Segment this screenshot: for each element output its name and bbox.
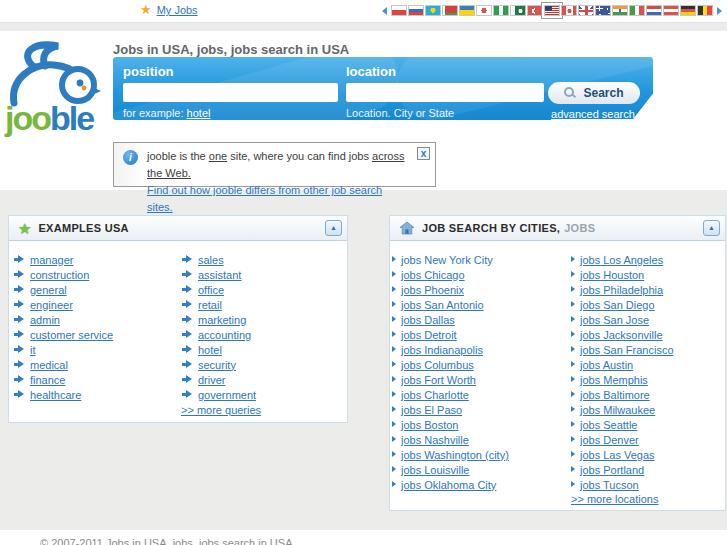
example-link[interactable]: driver	[198, 374, 226, 386]
city-link[interactable]: jobs Memphis	[580, 374, 648, 386]
flag-japan-icon[interactable]	[476, 5, 492, 16]
city-link[interactable]: jobs Indianapolis	[401, 344, 483, 356]
hotel-example-link[interactable]: hotel	[187, 107, 211, 119]
example-link[interactable]: finance	[30, 374, 65, 386]
example-link[interactable]: construction	[30, 269, 89, 281]
example-link[interactable]: healthcare	[30, 389, 81, 401]
flag-germany-icon[interactable]	[680, 5, 696, 16]
example-link[interactable]: medical	[30, 359, 68, 371]
example-link[interactable]: security	[198, 359, 236, 371]
close-icon[interactable]: x	[417, 147, 430, 160]
footer-copyright: © 2007-2011 Jobs in USA, jobs, jobs sear…	[40, 537, 292, 545]
example-link[interactable]: customer service	[30, 329, 113, 341]
city-link[interactable]: jobs Charlotte	[401, 389, 469, 401]
example-link[interactable]: sales	[198, 254, 224, 266]
city-link[interactable]: jobs El Paso	[401, 404, 462, 416]
city-link[interactable]: jobs Milwaukee	[580, 404, 655, 416]
search-banner: position for example: hotel location Loc…	[113, 57, 653, 120]
flag-russia-icon[interactable]	[408, 5, 424, 16]
flag-india-icon[interactable]	[612, 5, 628, 16]
flag-nigeria-icon[interactable]	[493, 5, 509, 16]
flag-pakistan-icon[interactable]	[510, 5, 526, 16]
example-link[interactable]: office	[198, 284, 224, 296]
position-input[interactable]	[123, 83, 338, 102]
example-link[interactable]: government	[198, 389, 256, 401]
city-link[interactable]: jobs Boston	[401, 419, 458, 431]
flag-austria-icon[interactable]	[663, 5, 679, 16]
city-link[interactable]: jobs San Jose	[580, 314, 649, 326]
flag-turkey-icon[interactable]	[527, 5, 543, 16]
city-link[interactable]: jobs Columbus	[401, 359, 474, 371]
city-link[interactable]: jobs Jacksonville	[580, 329, 663, 341]
triangle-bullet-icon	[392, 436, 397, 443]
city-link[interactable]: jobs San Francisco	[580, 344, 674, 356]
flag-ukraine-icon[interactable]	[459, 5, 475, 16]
example-link[interactable]: admin	[30, 314, 60, 326]
flag-belgium-icon[interactable]	[697, 5, 713, 16]
my-jobs-link[interactable]: My Jobs	[157, 4, 198, 16]
example-link[interactable]: assistant	[198, 269, 241, 281]
flag-italy-icon[interactable]	[629, 5, 645, 16]
example-link[interactable]: manager	[30, 254, 73, 266]
flag-belarus-icon[interactable]	[442, 5, 458, 16]
city-link[interactable]: jobs Dallas	[401, 314, 455, 326]
examples-panel-header: ★ EXAMPLES USA ▲	[9, 216, 347, 241]
city-link[interactable]: jobs San Diego	[580, 299, 655, 311]
example-link[interactable]: retail	[198, 299, 222, 311]
city-link[interactable]: jobs Phoenix	[401, 284, 464, 296]
triangle-bullet-icon	[392, 331, 397, 338]
how-jooble-differs-link[interactable]: Find out how jooble differs from other j…	[147, 184, 382, 213]
location-hint: Location. City or State	[346, 107, 454, 119]
advanced-search-link[interactable]: advanced search	[551, 108, 635, 120]
city-link[interactable]: jobs Austin	[580, 359, 633, 371]
example-link[interactable]: accounting	[198, 329, 251, 341]
city-link[interactable]: jobs Portland	[580, 464, 644, 476]
flags-scroll-left-icon[interactable]	[382, 7, 387, 15]
collapse-button[interactable]: ▲	[325, 220, 342, 236]
collapse-button[interactable]: ▲	[703, 220, 720, 236]
example-link[interactable]: it	[30, 344, 36, 356]
city-link[interactable]: jobs Denver	[580, 434, 639, 446]
city-link[interactable]: jobs Chicago	[401, 269, 465, 281]
flag-kazakhstan-icon[interactable]	[425, 5, 441, 16]
city-link[interactable]: jobs Philadelphia	[580, 284, 663, 296]
city-link[interactable]: jobs Washington (city)	[401, 449, 509, 461]
flags-scroll-right-icon[interactable]	[717, 7, 722, 15]
more-locations-link[interactable]: >> more locations	[571, 493, 658, 505]
city-link[interactable]: jobs New York City	[401, 254, 493, 266]
city-link[interactable]: jobs Las Vegas	[580, 449, 655, 461]
city-link[interactable]: jobs Baltimore	[580, 389, 650, 401]
examples-col1: managerconstructiongeneralengineeradminc…	[13, 252, 113, 402]
page-title: Jobs in USA, jobs, jobs search in USA	[113, 42, 349, 57]
city-link[interactable]: jobs Seattle	[580, 419, 637, 431]
location-input[interactable]	[346, 83, 544, 102]
flag-usa-icon[interactable]	[544, 5, 560, 16]
flag-uk-icon[interactable]	[578, 5, 594, 16]
city-link[interactable]: jobs Los Angeles	[580, 254, 663, 266]
city-link[interactable]: jobs Oklahoma City	[401, 479, 496, 491]
example-link[interactable]: general	[30, 284, 67, 296]
city-row: jobs Denver	[571, 432, 674, 447]
search-button[interactable]: Search	[548, 82, 640, 104]
city-row: jobs Philadelphia	[571, 282, 674, 297]
triangle-bullet-icon	[571, 481, 576, 488]
city-link[interactable]: jobs Fort Worth	[401, 374, 476, 386]
jooble-logo[interactable]: jooble	[4, 39, 112, 149]
example-row: retail	[181, 297, 256, 312]
flag-poland-icon[interactable]	[391, 5, 407, 16]
city-link[interactable]: jobs Houston	[580, 269, 644, 281]
flag-netherlands-icon[interactable]	[646, 5, 662, 16]
example-link[interactable]: marketing	[198, 314, 246, 326]
blue-arrow-icon	[13, 344, 26, 355]
city-link[interactable]: jobs Detroit	[401, 329, 457, 341]
more-queries-link[interactable]: >> more queries	[181, 404, 261, 416]
flag-australia-icon[interactable]	[595, 5, 611, 16]
city-link[interactable]: jobs Louisville	[401, 464, 469, 476]
example-link[interactable]: hotel	[198, 344, 222, 356]
city-link[interactable]: jobs Nashville	[401, 434, 469, 446]
city-link[interactable]: jobs Tucson	[580, 479, 639, 491]
flag-canada-icon[interactable]	[561, 5, 577, 16]
example-link[interactable]: engineer	[30, 299, 73, 311]
city-link[interactable]: jobs San Antonio	[401, 299, 484, 311]
city-row: jobs El Paso	[392, 402, 509, 417]
